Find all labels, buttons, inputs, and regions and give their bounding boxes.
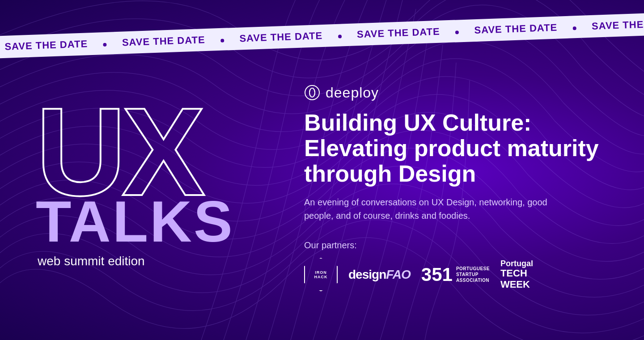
deeploy-icon — [304, 85, 320, 101]
brand-name: deeploy — [326, 85, 379, 101]
designfao-logo: designFAO — [348, 268, 411, 282]
startup-logo: 351 PORTUGUESE STARTUP ASSOCIATION — [421, 265, 490, 284]
ticker-item: SAVE THE DATE — [0, 38, 97, 53]
ticker-dot — [220, 38, 224, 42]
partners-label: Our partners: — [304, 240, 608, 251]
partners-row: IRON HACK designFAO 351 PORTUGUESE START… — [304, 258, 608, 291]
designfao-text: designFAO — [348, 268, 411, 281]
techweek-tech: TECH — [500, 268, 527, 279]
ticker-item: SAVE THE DATE — [113, 34, 215, 49]
ticker-dot — [103, 43, 106, 47]
ironhack-text-top: IRON — [315, 270, 327, 275]
ticker-dot — [455, 30, 459, 34]
brand-row: deeploy — [304, 85, 608, 101]
techweek-week: WEEK — [500, 279, 530, 290]
main-heading: Building UX Culture: Elevating product m… — [304, 110, 608, 187]
description-text: An evening of conversations on UX Design… — [304, 196, 555, 222]
svg-point-1 — [309, 88, 315, 97]
partners-section: Our partners: IRON HACK designFAO 351 PO… — [304, 240, 608, 291]
ux-talks-logo: UX TALKS web summit edition — [36, 107, 250, 268]
startup-text: PORTUGUESE STARTUP ASSOCIATION — [456, 266, 490, 283]
techweek-portugal: Portugal — [500, 259, 533, 268]
left-section: UX TALKS web summit edition — [36, 107, 268, 268]
ticker-dot — [338, 34, 341, 38]
right-section: deeploy Building UX Culture: Elevating p… — [268, 85, 608, 292]
ticker-item: SAVE THE DATE — [583, 17, 644, 33]
ironhack-logo: IRON HACK — [304, 258, 338, 291]
svg-point-0 — [305, 85, 319, 100]
startup-text-startup: STARTUP — [456, 272, 490, 277]
startup-number: 351 — [421, 265, 453, 284]
edition-label: web summit edition — [38, 254, 145, 268]
ticker-item: SAVE THE DATE — [230, 30, 332, 45]
ironhack-text-bottom: HACK — [314, 275, 328, 279]
talks-label: TALKS — [36, 192, 234, 251]
ticker-dot — [573, 26, 576, 30]
techweek-logo: Portugal TECH WEEK — [500, 259, 533, 290]
ticker-item: SAVE THE DATE — [348, 26, 449, 41]
startup-text-association: ASSOCIATION — [456, 277, 490, 283]
startup-text-portuguese: PORTUGUESE — [456, 266, 490, 272]
ticker-item: SAVE THE DATE — [465, 21, 567, 37]
